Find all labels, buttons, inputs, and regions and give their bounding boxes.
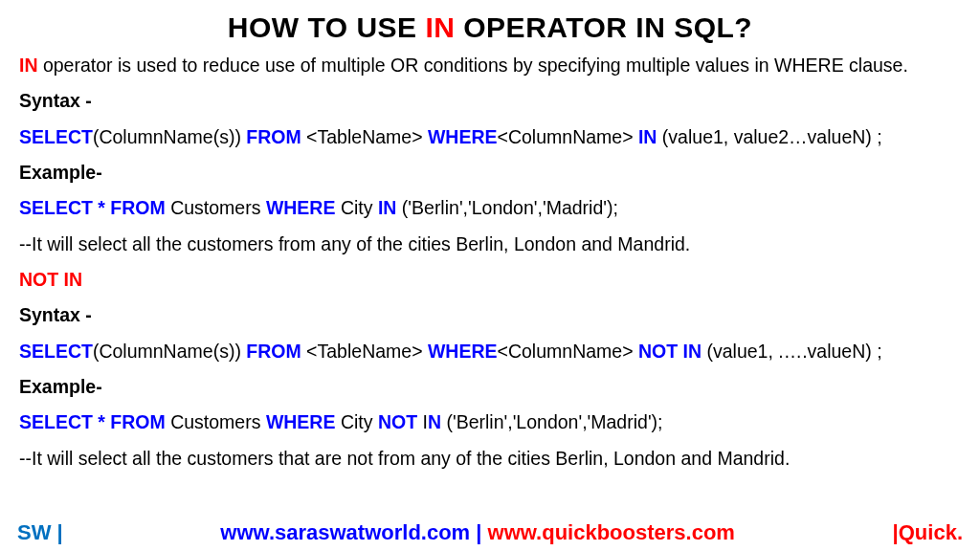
- syntax-1: SELECT(ColumnName(s)) FROM <TableName> W…: [19, 125, 961, 149]
- footer-url1: www.saraswatworld.com: [220, 520, 470, 544]
- footer-right: |Quick.: [893, 520, 963, 545]
- intro-keyword: IN: [19, 55, 38, 76]
- page-title: HOW TO USE IN OPERATOR IN SQL?: [19, 11, 961, 44]
- example-1: SELECT * FROM Customers WHERE City IN ('…: [19, 196, 961, 220]
- kw-select: SELECT * FROM: [19, 197, 166, 218]
- col: City: [335, 197, 377, 218]
- vals: ('Berlin','London','Madrid');: [441, 411, 663, 432]
- kw-where: WHERE: [428, 126, 498, 147]
- comment-2: --It will select all the customers that …: [19, 447, 961, 471]
- footer: SW | www.saraswatworld.com | www.quickbo…: [0, 520, 980, 545]
- footer-sw: SW |: [17, 520, 63, 545]
- table: Customers: [166, 411, 266, 432]
- kw-from: FROM: [246, 126, 301, 147]
- kw-n: N: [428, 411, 441, 432]
- example-label-2: Example-: [19, 375, 961, 399]
- footer-sep: |: [470, 520, 487, 544]
- kw-select: SELECT * FROM: [19, 411, 166, 432]
- example-label-1: Example-: [19, 161, 961, 185]
- kw-notin: NOT IN: [638, 341, 702, 362]
- syntax-label-1: Syntax -: [19, 89, 961, 113]
- cols: (ColumnName(s)): [93, 341, 246, 362]
- intro-text: IN operator is used to reduce use of mul…: [19, 54, 961, 77]
- title-keyword: IN: [425, 11, 455, 43]
- title-pre: HOW TO USE: [228, 11, 426, 43]
- kw-in: IN: [378, 197, 397, 218]
- footer-urls: www.saraswatworld.com | www.quickbooster…: [63, 520, 893, 545]
- col: <ColumnName>: [498, 341, 638, 362]
- col: City: [335, 411, 377, 432]
- example-2: SELECT * FROM Customers WHERE City NOT I…: [19, 410, 961, 434]
- kw-where: WHERE: [266, 411, 336, 432]
- table: <TableName>: [301, 126, 428, 147]
- cols: (ColumnName(s)): [93, 126, 246, 147]
- footer-url2: www.quickboosters.com: [488, 520, 735, 544]
- kw-not: NOT: [378, 411, 417, 432]
- intro-rest: operator is used to reduce use of multip…: [38, 55, 908, 76]
- vals: (value1, .….valueN) ;: [702, 341, 882, 362]
- syntax-2: SELECT(ColumnName(s)) FROM <TableName> W…: [19, 340, 961, 364]
- kw-from: FROM: [246, 341, 301, 362]
- vals: ('Berlin','London','Madrid');: [396, 197, 618, 218]
- kw-select: SELECT: [19, 341, 93, 362]
- table: Customers: [166, 197, 266, 218]
- col: <ColumnName>: [498, 126, 638, 147]
- notin-heading: NOT IN: [19, 268, 961, 292]
- vals: (value1, value2…valueN) ;: [657, 126, 881, 147]
- kw-in: IN: [638, 126, 657, 147]
- comment-1: --It will select all the customers from …: [19, 232, 961, 256]
- table: <TableName>: [301, 341, 428, 362]
- kw-select: SELECT: [19, 126, 93, 147]
- i: I: [417, 411, 428, 432]
- syntax-label-2: Syntax -: [19, 303, 961, 327]
- kw-where: WHERE: [428, 341, 498, 362]
- title-post: OPERATOR IN SQL?: [455, 11, 752, 43]
- kw-where: WHERE: [266, 197, 336, 218]
